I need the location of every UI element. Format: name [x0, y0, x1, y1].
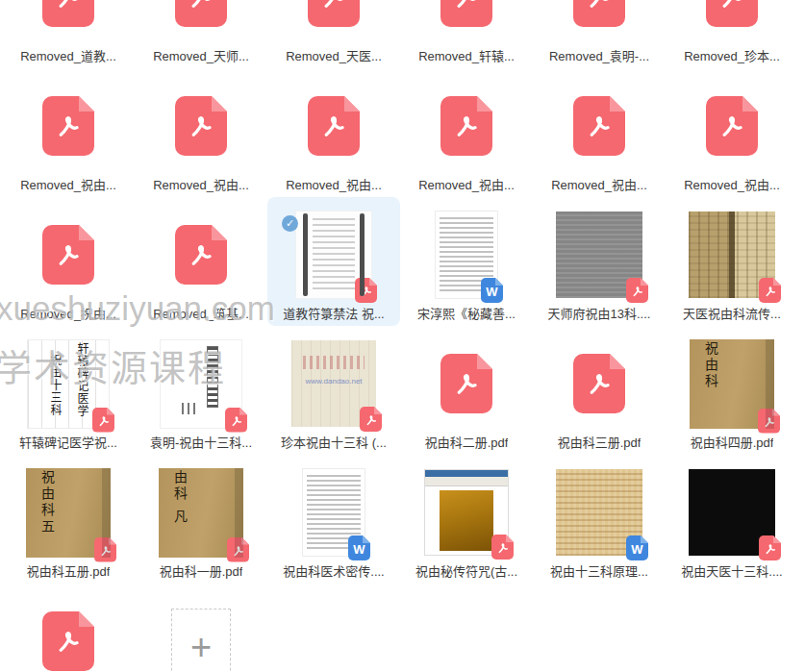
manuscript-image: [440, 490, 493, 551]
file-label: 祝由秘传符咒(古...: [415, 564, 517, 580]
vertical-text-column: 祝由十三科: [48, 354, 62, 428]
pdf-badge-icon: [759, 278, 781, 303]
pdf-file-icon: [440, 354, 492, 413]
file-tile[interactable]: 祝由秘传符咒(古...: [400, 455, 533, 584]
file-label: 宋淳熙《秘藏善...: [417, 307, 516, 322]
pdf-file-icon: [175, 0, 227, 27]
file-tile[interactable]: 祝由十三科轩辕碑记医学轩辕碑记医学祝...: [2, 326, 135, 455]
plus-icon: +: [171, 609, 231, 672]
pdf-file-icon: [706, 96, 758, 156]
file-art: [666, 78, 798, 174]
file-thumbnail: [689, 469, 775, 556]
file-tile[interactable]: W祝由科医术密传....: [267, 455, 400, 584]
file-label: Removed_祝由...: [684, 178, 780, 193]
file-tile[interactable]: 祝由科二册.pdf: [400, 326, 533, 455]
file-tile[interactable]: 祝由天医十三科....: [666, 455, 798, 584]
file-tile[interactable]: Removed_轩辕...: [400, 0, 533, 68]
thumbnail-url-text: www.dandao.net: [305, 377, 362, 386]
file-art: [135, 0, 267, 45]
file-tile[interactable]: 祝由科祝由科四册.pdf: [666, 326, 798, 455]
file-tile[interactable]: Removed_袁明-...: [533, 0, 666, 68]
file-label: Removed_祝由...: [20, 307, 116, 322]
file-label: 祝由科医术密传....: [283, 564, 384, 580]
file-thumbnail: 祝由十三科轩辕碑记医学: [27, 339, 110, 429]
folded-corner: [212, 225, 227, 240]
file-tile[interactable]: Removed_祝由...: [2, 68, 135, 197]
file-art: +: [135, 593, 267, 672]
file-art: W: [400, 207, 533, 303]
file-thumbnail: 祝由科五: [26, 468, 111, 558]
file-label: 祝由天医十三科....: [681, 564, 782, 580]
file-tile[interactable]: Removed_祝由...: [400, 68, 533, 197]
file-label: 天师府祝由13科....: [548, 307, 651, 322]
pdf-file-icon: [42, 611, 94, 671]
file-tile[interactable]: Removed_珍本...: [666, 0, 798, 68]
add-file-tile[interactable]: +: [135, 584, 267, 672]
file-art: [267, 0, 400, 45]
file-tile[interactable]: Removed_祝由...: [533, 68, 666, 197]
cover-title-text: 祝由科: [701, 341, 720, 390]
file-tile[interactable]: 袁明-祝由十三科...: [135, 326, 267, 455]
file-tile[interactable]: Removed_祝由...: [267, 68, 400, 197]
pdf-badge-icon: [225, 408, 247, 433]
file-tile[interactable]: Removed_天师...: [135, 0, 267, 68]
file-tile[interactable]: Removed_天医...: [267, 0, 400, 68]
folded-corner: [742, 96, 758, 112]
folded-corner: [344, 96, 360, 112]
file-label: Removed_祝由...: [20, 178, 116, 193]
file-label: 轩辕碑记医学祝...: [19, 436, 117, 451]
file-label: Removed_祝由...: [551, 178, 647, 193]
file-art: [666, 464, 798, 560]
file-label: 祝由十三科原理...: [550, 564, 648, 580]
file-tile[interactable]: Removed_道教...: [2, 0, 135, 68]
file-thumbnail: W: [556, 469, 642, 556]
file-thumbnail: 祝由科: [690, 339, 774, 429]
file-tile[interactable]: 天医祝由科流传...: [666, 197, 798, 326]
cover-title-text: 祝由科五: [38, 470, 57, 535]
file-thumbnail: 由科 凡: [159, 468, 243, 558]
file-tile[interactable]: ✓道教符箓禁法 祝...: [267, 197, 400, 326]
folded-corner: [610, 354, 625, 369]
file-label: Removed_天医...: [286, 49, 382, 64]
file-tile[interactable]: Removed_筑基...: [135, 197, 267, 326]
file-label: 祝由科四册.pdf: [691, 436, 774, 451]
file-tile[interactable]: W祝由十三科原理...: [533, 455, 666, 584]
file-art: [2, 78, 135, 174]
folded-corner: [610, 96, 625, 112]
selected-check-icon[interactable]: ✓: [282, 215, 298, 232]
file-tile[interactable]: 祝由科三册.pdf: [533, 326, 666, 455]
pdf-badge-icon: [360, 407, 382, 432]
file-label: Removed_祝由...: [153, 178, 249, 193]
file-label: 祝由科二册.pdf: [425, 436, 509, 451]
file-tile[interactable]: W宋淳熙《秘藏善...: [400, 197, 533, 326]
file-tile[interactable]: Removed_祝由...: [666, 68, 798, 197]
vertical-text-column: 轩辕碑记医学: [75, 342, 88, 428]
pdf-badge-icon: [758, 409, 780, 434]
pdf-file-icon: [573, 354, 625, 413]
pdf-badge-icon: [94, 537, 116, 562]
pdf-file-icon: [42, 0, 94, 27]
file-art: [533, 207, 666, 303]
cover-title-text: 由科 凡: [170, 470, 189, 526]
folded-corner: [477, 96, 492, 112]
file-art: 祝由十三科轩辕碑记医学: [2, 336, 135, 432]
file-thumbnail: W: [302, 468, 365, 557]
file-tile[interactable]: 祝由科五祝由科五册.pdf: [2, 455, 135, 584]
file-tile[interactable]: Removed_祝由...: [135, 68, 267, 197]
text-lines-decoration: [313, 218, 355, 291]
file-label: Removed_道教...: [20, 49, 116, 64]
folded-corner: [79, 611, 94, 627]
file-tile[interactable]: 由科 凡祝由科一册.pdf: [135, 455, 267, 584]
file-art: [400, 78, 533, 174]
file-art: W: [533, 464, 666, 560]
file-art: [267, 78, 400, 174]
file-label: Removed_祝由...: [418, 178, 515, 193]
file-tile[interactable]: 天师府祝由13科....: [533, 197, 666, 326]
file-label: Removed_祝由...: [286, 178, 382, 193]
file-thumbnail: [160, 339, 242, 429]
pdf-badge-icon: [626, 278, 648, 303]
folded-corner: [79, 96, 94, 112]
file-tile[interactable]: www.dandao.net珍本祝由十三科 (...: [267, 326, 400, 455]
file-tile[interactable]: Removed_祝由...: [2, 197, 135, 326]
file-tile[interactable]: [2, 584, 135, 672]
